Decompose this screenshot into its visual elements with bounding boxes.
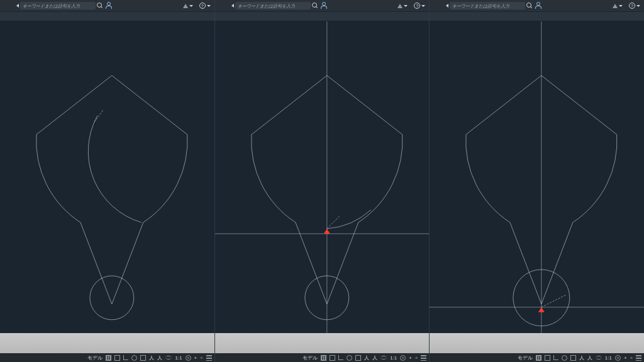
- share-button[interactable]: [613, 4, 623, 8]
- osnap-toggle[interactable]: [355, 355, 361, 361]
- person2-toggle[interactable]: 人: [587, 354, 592, 361]
- edge-top-right: [112, 75, 187, 134]
- user-icon[interactable]: [320, 2, 328, 9]
- person2-toggle[interactable]: 人: [372, 354, 377, 361]
- status-bar: モデル 人 人 1:1 + ÷: [215, 353, 430, 362]
- polar-toggle[interactable]: [562, 355, 567, 361]
- scale-readout[interactable]: 1:1: [605, 355, 612, 361]
- edge-top-right: [541, 75, 617, 134]
- eye-toggle[interactable]: [380, 356, 387, 359]
- polar-icon: [562, 355, 567, 361]
- snap-toggle[interactable]: [545, 355, 550, 361]
- search-back-icon[interactable]: [446, 4, 448, 8]
- radius-handle[interactable]: [541, 295, 567, 307]
- plus-button[interactable]: +: [194, 355, 197, 361]
- chevron-down-icon: [619, 5, 623, 7]
- chevron-down-icon: [189, 5, 193, 7]
- help-button[interactable]: ?: [414, 3, 425, 9]
- construction-arc: [88, 116, 142, 222]
- arc-right: [573, 134, 617, 222]
- grid-toggle[interactable]: [321, 355, 326, 361]
- grid-icon: [321, 355, 326, 361]
- user-icon[interactable]: [105, 2, 113, 9]
- scale-readout[interactable]: 1:1: [175, 355, 182, 361]
- search-group: [446, 2, 542, 9]
- plus-button[interactable]: +: [624, 355, 627, 361]
- edge-bottom-left: [296, 222, 327, 304]
- small-circle: [90, 276, 134, 320]
- angle-icon: [123, 355, 128, 360]
- command-band[interactable]: [430, 333, 644, 353]
- osnap-toggle[interactable]: [140, 355, 146, 361]
- search-icon[interactable]: [97, 3, 103, 9]
- share-button[interactable]: [397, 4, 408, 8]
- osnap-toggle[interactable]: [570, 355, 576, 361]
- help-button[interactable]: ?: [199, 3, 211, 9]
- help-button[interactable]: ?: [629, 3, 640, 9]
- gear-icon: [615, 355, 621, 361]
- scale-readout[interactable]: 1:1: [390, 355, 397, 361]
- gear-button[interactable]: [186, 355, 191, 361]
- cursor-marker: [324, 229, 330, 234]
- model-tab[interactable]: モデル: [518, 354, 533, 361]
- share-button[interactable]: [183, 4, 193, 8]
- edge-bottom-right: [112, 222, 143, 304]
- polar-toggle[interactable]: [131, 355, 137, 361]
- top-bar: ?: [215, 0, 430, 11]
- divide-button[interactable]: ÷: [630, 355, 633, 361]
- ortho-toggle[interactable]: [123, 355, 128, 360]
- search-icon[interactable]: [526, 3, 533, 9]
- ortho-toggle[interactable]: [553, 355, 558, 360]
- search-input[interactable]: [235, 2, 311, 9]
- drawing-canvas[interactable]: [0, 21, 214, 333]
- person-toggle[interactable]: 人: [149, 354, 154, 361]
- eye-toggle[interactable]: [596, 356, 602, 359]
- edit-handle[interactable]: [327, 216, 340, 229]
- chevron-down-icon: [636, 5, 640, 7]
- search-input[interactable]: [450, 2, 525, 9]
- eye-icon: [380, 356, 387, 359]
- user-icon[interactable]: [535, 2, 542, 9]
- share-icon: [397, 4, 402, 8]
- snap-toggle[interactable]: [330, 355, 335, 361]
- drawing-canvas[interactable]: [430, 21, 644, 333]
- gear-button[interactable]: [615, 355, 621, 361]
- grid-toggle[interactable]: [536, 355, 541, 361]
- model-tab[interactable]: モデル: [87, 354, 103, 361]
- divide-button[interactable]: ÷: [415, 355, 418, 361]
- chevron-down-icon: [421, 5, 425, 7]
- bars-button[interactable]: [636, 355, 641, 361]
- edge-bottom-left: [510, 222, 541, 304]
- bars-button[interactable]: [206, 355, 212, 361]
- snap-icon: [330, 355, 335, 361]
- chevron-down-icon: [207, 5, 211, 7]
- search-icon[interactable]: [312, 3, 318, 9]
- plus-button[interactable]: +: [409, 355, 412, 361]
- arc-right: [143, 134, 187, 222]
- search-back-icon[interactable]: [16, 4, 19, 8]
- bars-button[interactable]: [421, 355, 426, 361]
- person-toggle[interactable]: 人: [364, 354, 369, 361]
- eye-icon: [596, 356, 602, 359]
- drawing-canvas[interactable]: [215, 21, 430, 333]
- person2-toggle[interactable]: 人: [157, 354, 162, 361]
- snap-toggle[interactable]: [114, 355, 120, 361]
- construction-arc: [327, 210, 371, 229]
- search-input[interactable]: [20, 2, 96, 9]
- gear-button[interactable]: [400, 355, 406, 361]
- divide-button[interactable]: ÷: [200, 355, 203, 361]
- eye-toggle[interactable]: [165, 356, 172, 359]
- grid-toggle[interactable]: [106, 355, 111, 361]
- command-band[interactable]: [0, 333, 214, 353]
- model-tab[interactable]: モデル: [303, 354, 318, 361]
- command-band[interactable]: [215, 333, 430, 353]
- edit-handle[interactable]: [94, 109, 104, 122]
- search-back-icon[interactable]: [231, 4, 234, 8]
- edge-bottom-left: [80, 222, 112, 304]
- person-toggle[interactable]: 人: [579, 354, 584, 361]
- edge-top-left: [466, 75, 541, 134]
- polar-toggle[interactable]: [347, 355, 352, 361]
- top-bar: ?: [0, 0, 214, 11]
- ortho-toggle[interactable]: [338, 355, 343, 360]
- snap-icon: [545, 355, 550, 361]
